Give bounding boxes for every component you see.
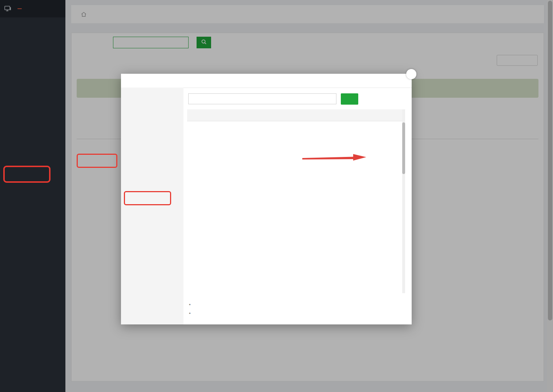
disabled-functions-table xyxy=(187,109,405,293)
functions-scrollbar[interactable] xyxy=(402,109,405,293)
note-2: • xyxy=(189,311,194,316)
functions-scrollbar-thumb[interactable] xyxy=(402,122,405,174)
functions-table-header xyxy=(187,109,405,121)
close-icon[interactable] xyxy=(406,69,416,79)
php-settings-menu xyxy=(121,88,183,324)
add-function-input[interactable] xyxy=(188,93,336,104)
dialog-header xyxy=(121,74,412,88)
bullet: • xyxy=(189,302,191,307)
php-manage-dialog: • • xyxy=(121,74,412,324)
app-root: • • xyxy=(0,0,553,392)
bullet: • xyxy=(189,311,191,316)
save-button[interactable] xyxy=(341,93,358,105)
note-1: • xyxy=(189,302,194,307)
